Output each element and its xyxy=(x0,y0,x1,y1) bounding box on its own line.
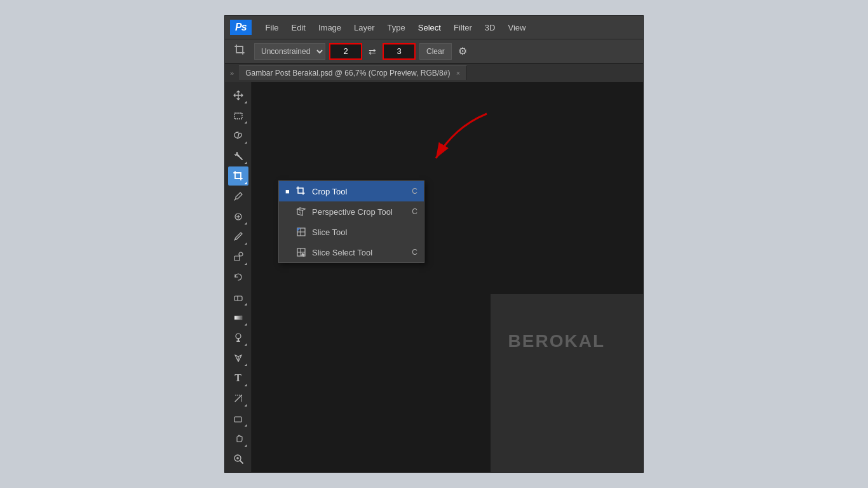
slice-tool-label: Slice Tool xyxy=(312,227,412,237)
document-tab[interactable]: Gambar Post Berakal.psd @ 66,7% (Crop Pr… xyxy=(239,65,467,80)
svg-rect-10 xyxy=(234,316,242,320)
tool-flyout-menu: ■ Crop Tool C xyxy=(278,180,424,263)
svg-rect-0 xyxy=(234,113,242,119)
hand-tool-button[interactable] xyxy=(228,430,248,449)
marquee-tool-button[interactable] xyxy=(228,106,248,125)
dodge-tool-button[interactable] xyxy=(228,329,248,348)
settings-icon[interactable]: ⚙ xyxy=(458,45,467,57)
crop-tool-label: Crop Tool xyxy=(312,187,407,196)
swap-icon[interactable]: ⇄ xyxy=(366,45,379,58)
tab-bar: » Gambar Post Berakal.psd @ 66,7% (Crop … xyxy=(225,63,643,82)
crop-tool-shortcut: C xyxy=(412,187,417,196)
svg-line-16 xyxy=(240,461,243,463)
tab-close-button[interactable]: × xyxy=(456,69,460,77)
perspective-crop-label: Perspective Crop Tool xyxy=(312,207,407,217)
canvas-background: BEROKAL ■ Crop Tool C xyxy=(252,82,643,472)
slice-select-icon xyxy=(295,247,307,258)
ratio-select[interactable]: UnconstrainedOriginal Ratio1:1 (Square)2… xyxy=(254,43,325,60)
brush-tool-button[interactable] xyxy=(228,227,248,247)
slice-select-shortcut: C xyxy=(412,248,417,257)
menu-image[interactable]: Image xyxy=(312,20,348,35)
move-tool-button[interactable] xyxy=(228,86,248,105)
history-brush-tool-button[interactable] xyxy=(228,268,248,287)
flyout-slice-tool[interactable]: Slice Tool xyxy=(279,222,424,242)
tab-title: Gambar Post Berakal.psd @ 66,7% (Crop Pr… xyxy=(245,69,450,78)
toolbar: T xyxy=(225,82,252,472)
clear-button[interactable]: Clear xyxy=(419,43,452,60)
photoshop-window: Ps File Edit Image Layer Type Select Fil… xyxy=(224,15,644,473)
svg-rect-8 xyxy=(234,296,242,301)
lasso-tool-button[interactable] xyxy=(228,126,248,146)
magic-wand-tool-button[interactable] xyxy=(228,146,248,165)
clone-stamp-tool-button[interactable] xyxy=(228,247,248,266)
eyedropper-tool-button[interactable] xyxy=(228,187,248,206)
svg-point-11 xyxy=(236,334,241,339)
width-input[interactable] xyxy=(329,43,362,60)
menu-bar: Ps File Edit Image Layer Type Select Fil… xyxy=(225,16,643,39)
menu-select[interactable]: Select xyxy=(412,20,447,35)
flyout-perspective-crop[interactable]: Perspective Crop Tool C xyxy=(279,201,424,222)
heal-tool-button[interactable] xyxy=(228,207,248,226)
zoom-tool-button[interactable] xyxy=(228,449,248,468)
perspective-crop-icon xyxy=(295,206,307,217)
canvas-lighter-region xyxy=(491,294,643,472)
path-selection-tool-button[interactable] xyxy=(228,389,248,408)
menu-type[interactable]: Type xyxy=(381,20,412,35)
gradient-tool-button[interactable] xyxy=(228,308,248,327)
menu-edit[interactable]: Edit xyxy=(285,20,312,35)
flyout-slice-select[interactable]: Slice Select Tool C xyxy=(279,242,424,262)
menu-view[interactable]: View xyxy=(501,20,532,35)
type-tool-button[interactable]: T xyxy=(228,369,248,388)
shape-tool-button[interactable] xyxy=(228,409,248,428)
height-input[interactable] xyxy=(383,43,416,60)
crop-flyout-icon xyxy=(295,186,307,197)
svg-rect-14 xyxy=(234,417,241,422)
crop-tool-icon[interactable] xyxy=(230,41,250,62)
pen-tool-button[interactable] xyxy=(228,348,248,367)
ps-logo: Ps xyxy=(230,20,252,35)
menu-file[interactable]: File xyxy=(259,20,285,35)
flyout-crop-tool[interactable]: ■ Crop Tool C xyxy=(279,181,424,201)
svg-point-2 xyxy=(237,155,239,157)
svg-point-7 xyxy=(239,252,243,256)
svg-rect-6 xyxy=(234,256,240,261)
menu-3d[interactable]: 3D xyxy=(478,20,502,35)
crop-tool-button[interactable] xyxy=(228,166,248,186)
slice-select-label: Slice Select Tool xyxy=(312,248,407,257)
perspective-crop-shortcut: C xyxy=(412,207,417,216)
eraser-tool-button[interactable] xyxy=(228,288,248,307)
expand-arrows-icon[interactable]: » xyxy=(230,69,234,77)
menu-layer[interactable]: Layer xyxy=(348,20,381,35)
slice-icon xyxy=(295,226,307,238)
canvas-area: BEROKAL ■ Crop Tool C xyxy=(252,82,643,472)
options-bar: UnconstrainedOriginal Ratio1:1 (Square)2… xyxy=(225,39,643,63)
main-area: T xyxy=(225,82,643,472)
svg-marker-22 xyxy=(297,228,301,231)
menu-filter[interactable]: Filter xyxy=(447,20,478,35)
